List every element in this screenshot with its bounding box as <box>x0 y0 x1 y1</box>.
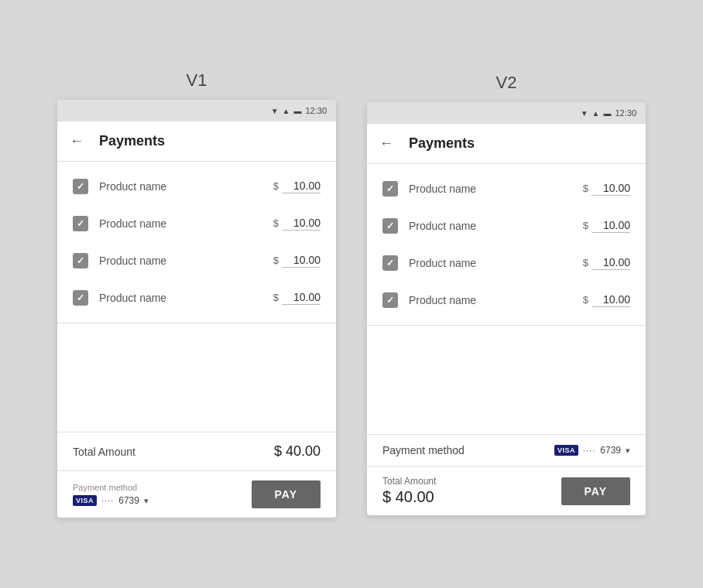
v1-product-item-1: Product name $ 10.00 <box>57 168 336 205</box>
v2-product-item-2: Product name $ 10.00 <box>367 207 646 244</box>
v2-dollar-4: $ <box>583 294 588 306</box>
v1-price-container-1: $ 10.00 <box>259 179 321 193</box>
v2-wifi-icon: ▼ <box>581 109 588 118</box>
signal-icon: ▲ <box>283 107 290 115</box>
v1-spacer <box>57 323 336 432</box>
v2-product-item-4: Product name $ 10.00 <box>367 282 646 319</box>
v1-price-4: 10.00 <box>282 291 321 305</box>
v2-checkbox-1[interactable] <box>382 181 398 197</box>
v2-app-header: ← Payments <box>367 124 646 164</box>
v2-price-container-1: $ 10.00 <box>568 182 630 196</box>
v2-product-item-1: Product name $ 10.00 <box>367 170 646 207</box>
v2-payment-method-label: Payment method <box>382 444 465 456</box>
v2-price-container-2: $ 10.00 <box>568 219 630 233</box>
v1-header-title: Payments <box>99 133 165 149</box>
v2-price-container-4: $ 10.00 <box>568 293 630 307</box>
v2-card-last4: 6739 <box>600 445 621 456</box>
v2-checkbox-4[interactable] <box>382 292 398 308</box>
v1-dollar-4: $ <box>273 292 279 303</box>
v1-product-name-3: Product name <box>99 255 248 267</box>
v1-product-name-4: Product name <box>99 292 248 304</box>
v2-chevron-down-icon[interactable]: ▾ <box>626 446 630 456</box>
v2-payment-card-row[interactable]: VISA ···· 6739 ▾ <box>554 445 630 456</box>
v2-total-block: Total Amount $ 40.00 <box>382 476 436 506</box>
v1-footer: Total Amount $ 40.00 Payment method VISA… <box>57 432 336 518</box>
v2-header-title: Payments <box>409 135 475 152</box>
v1-checkbox-1[interactable] <box>73 179 88 194</box>
v2-price-2: 10.00 <box>592 219 630 233</box>
v2-price-3: 10.00 <box>592 256 630 270</box>
v2-product-name-3: Product name <box>409 257 557 269</box>
v2-footer: Payment method VISA ···· 6739 ▾ Total Am… <box>367 434 646 515</box>
v1-product-item-4: Product name $ 10.00 <box>57 279 336 316</box>
v1-app-header: ← Payments <box>57 121 336 162</box>
v1-price-2: 10.00 <box>282 217 321 231</box>
v1-total-amount: $ 40.00 <box>274 443 321 460</box>
v1-payment-method-label: Payment method <box>73 483 149 492</box>
v1-checkbox-2[interactable] <box>73 216 88 231</box>
wifi-icon: ▼ <box>271 107 279 115</box>
v1-dollar-2: $ <box>273 217 279 229</box>
v2-price-container-3: $ 10.00 <box>568 256 630 270</box>
v1-pay-button[interactable]: PAY <box>252 480 321 508</box>
v1-product-name-1: Product name <box>99 180 248 193</box>
v1-phone-frame: ▼ ▲ ▬ 12:30 ← Payments Product name $ 10… <box>57 100 336 518</box>
v2-total-label: Total Amount <box>382 476 436 487</box>
v2-status-bar: ▼ ▲ ▬ 12:30 <box>367 102 646 124</box>
battery-icon: ▬ <box>293 107 301 115</box>
v2-dollar-3: $ <box>583 257 588 268</box>
v1-total-label: Total Amount <box>73 446 135 458</box>
v1-container: V1 ▼ ▲ ▬ 12:30 ← Payments Product name $… <box>57 70 336 518</box>
v2-signal-icon: ▲ <box>592 109 600 118</box>
v1-visa-badge: VISA <box>73 495 97 506</box>
v1-payment-method-group: Payment method VISA ···· 6739 ▾ <box>73 483 149 506</box>
v1-label: V1 <box>187 70 207 91</box>
v2-status-time: 12:30 <box>615 108 636 118</box>
v1-status-bar: ▼ ▲ ▬ 12:30 <box>57 100 336 121</box>
v2-total-amount: $ 40.00 <box>382 488 436 506</box>
v1-product-list: Product name $ 10.00 Product name $ 10.0… <box>57 162 336 323</box>
v2-checkbox-3[interactable] <box>382 255 398 271</box>
v1-price-container-2: $ 10.00 <box>259 217 321 231</box>
v1-product-item-2: Product name $ 10.00 <box>57 205 336 242</box>
v2-product-list: Product name $ 10.00 Product name $ 10.0… <box>367 164 646 326</box>
v2-container: V2 ▼ ▲ ▬ 12:30 ← Payments Product name $… <box>367 73 646 515</box>
v2-product-name-1: Product name <box>409 183 557 195</box>
v2-pay-button[interactable]: PAY <box>561 477 630 505</box>
v1-price-1: 10.00 <box>282 179 321 193</box>
v2-total-pay-row: Total Amount $ 40.00 PAY <box>367 467 646 515</box>
v1-price-3: 10.00 <box>282 254 321 268</box>
v2-dollar-1: $ <box>583 183 588 194</box>
v2-phone-frame: ▼ ▲ ▬ 12:30 ← Payments Product name $ 10… <box>367 102 646 515</box>
v1-payment-row: Payment method VISA ···· 6739 ▾ PAY <box>57 471 336 518</box>
v1-status-icons: ▼ ▲ ▬ 12:30 <box>271 106 327 115</box>
v2-status-icons: ▼ ▲ ▬ 12:30 <box>581 108 636 118</box>
v2-dollar-2: $ <box>583 220 588 231</box>
v2-product-name-4: Product name <box>409 294 557 306</box>
v1-dollar-3: $ <box>273 255 279 266</box>
v1-card-dots: ···· <box>101 496 114 505</box>
v1-checkbox-3[interactable] <box>73 253 88 268</box>
v1-status-time: 12:30 <box>305 106 327 115</box>
v1-product-name-2: Product name <box>99 217 248 230</box>
v2-price-4: 10.00 <box>592 293 630 307</box>
v2-product-name-2: Product name <box>409 220 557 232</box>
v2-back-button[interactable]: ← <box>379 135 393 152</box>
v2-product-item-3: Product name $ 10.00 <box>367 244 646 282</box>
v2-visa-badge: VISA <box>554 445 578 456</box>
v1-dollar-1: $ <box>273 180 279 192</box>
v1-back-button[interactable]: ← <box>70 133 84 149</box>
v2-price-1: 10.00 <box>592 182 630 196</box>
v1-price-container-3: $ 10.00 <box>259 254 321 268</box>
v1-price-container-4: $ 10.00 <box>259 291 321 305</box>
v2-spacer <box>367 326 646 434</box>
v2-checkbox-2[interactable] <box>382 218 398 234</box>
v1-checkbox-4[interactable] <box>73 290 88 306</box>
v1-card-last4: 6739 <box>118 495 139 506</box>
v2-label: V2 <box>496 73 517 93</box>
v2-card-dots: ···· <box>583 446 595 455</box>
v1-product-item-3: Product name $ 10.00 <box>57 242 336 279</box>
v1-chevron-down-icon[interactable]: ▾ <box>144 496 149 506</box>
v1-total-row: Total Amount $ 40.00 <box>57 432 336 471</box>
v1-payment-card-row[interactable]: VISA ···· 6739 ▾ <box>73 495 149 506</box>
